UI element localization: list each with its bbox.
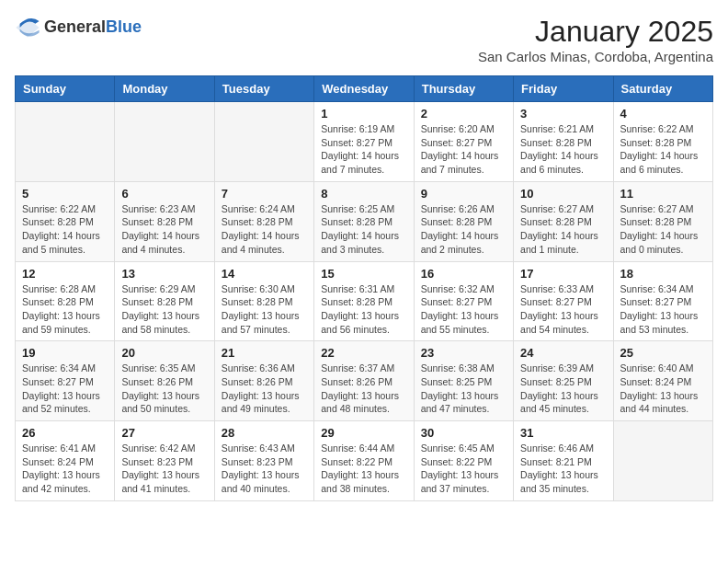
day-info: Daylight: 14 hours and 6 minutes. [520, 149, 606, 176]
calendar-cell: 8Sunrise: 6:25 AMSunset: 8:28 PMDaylight… [314, 181, 414, 261]
day-number: 11 [620, 187, 706, 201]
calendar-cell: 4Sunrise: 6:22 AMSunset: 8:28 PMDaylight… [613, 102, 712, 182]
day-info: Sunrise: 6:22 AM [22, 202, 108, 216]
day-info: Daylight: 13 hours and 49 minutes. [222, 389, 307, 416]
day-number: 22 [321, 346, 406, 360]
day-info: Daylight: 13 hours and 40 minutes. [222, 468, 307, 495]
day-info: Daylight: 14 hours and 6 minutes. [620, 149, 706, 176]
day-number: 26 [22, 426, 108, 440]
day-info: Sunset: 8:27 PM [421, 136, 506, 150]
day-info: Sunrise: 6:30 AM [222, 282, 307, 296]
day-number: 17 [520, 267, 606, 281]
day-info: Sunset: 8:26 PM [321, 375, 406, 389]
day-info: Sunset: 8:25 PM [421, 375, 506, 389]
calendar-cell: 17Sunrise: 6:33 AMSunset: 8:27 PMDayligh… [514, 261, 613, 341]
day-info: Daylight: 13 hours and 54 minutes. [520, 309, 606, 336]
day-number: 3 [520, 107, 606, 121]
calendar-cell: 29Sunrise: 6:44 AMSunset: 8:22 PMDayligh… [314, 421, 414, 501]
calendar-week-row: 26Sunrise: 6:41 AMSunset: 8:24 PMDayligh… [16, 421, 713, 501]
day-info: Daylight: 14 hours and 7 minutes. [321, 149, 406, 176]
day-number: 16 [421, 267, 506, 281]
day-info: Daylight: 14 hours and 5 minutes. [22, 229, 108, 256]
day-info: Sunset: 8:28 PM [620, 215, 706, 229]
day-info: Daylight: 13 hours and 52 minutes. [22, 389, 108, 416]
day-info: Sunset: 8:28 PM [222, 295, 307, 309]
calendar-week-row: 1Sunrise: 6:19 AMSunset: 8:27 PMDaylight… [16, 102, 713, 182]
day-info: Sunset: 8:26 PM [222, 375, 307, 389]
calendar-cell: 1Sunrise: 6:19 AMSunset: 8:27 PMDaylight… [314, 102, 414, 182]
day-info: Sunset: 8:28 PM [121, 295, 207, 309]
day-info: Daylight: 13 hours and 53 minutes. [620, 309, 706, 336]
day-info: Sunrise: 6:22 AM [620, 122, 706, 136]
day-info: Daylight: 13 hours and 58 minutes. [121, 309, 207, 336]
day-info: Sunset: 8:27 PM [22, 375, 108, 389]
day-info: Daylight: 13 hours and 45 minutes. [520, 389, 606, 416]
day-info: Sunrise: 6:23 AM [121, 202, 207, 216]
day-number: 20 [121, 346, 207, 360]
calendar-cell: 14Sunrise: 6:30 AMSunset: 8:28 PMDayligh… [214, 261, 313, 341]
day-info: Sunrise: 6:38 AM [421, 362, 506, 375]
day-info: Daylight: 13 hours and 50 minutes. [121, 389, 207, 416]
day-info: Sunset: 8:28 PM [121, 215, 207, 229]
calendar-cell [613, 421, 712, 501]
calendar-cell: 3Sunrise: 6:21 AMSunset: 8:28 PMDaylight… [514, 102, 613, 182]
day-number: 30 [421, 426, 506, 440]
calendar-cell: 19Sunrise: 6:34 AMSunset: 8:27 PMDayligh… [16, 341, 115, 421]
calendar-cell: 22Sunrise: 6:37 AMSunset: 8:26 PMDayligh… [314, 341, 414, 421]
day-number: 8 [321, 187, 406, 201]
day-number: 15 [321, 267, 406, 281]
day-info: Sunset: 8:28 PM [22, 295, 108, 309]
title-block: January 2025 San Carlos Minas, Cordoba, … [478, 15, 713, 64]
weekday-header-friday: Friday [514, 76, 613, 102]
calendar-cell: 25Sunrise: 6:40 AMSunset: 8:24 PMDayligh… [613, 341, 712, 421]
day-info: Sunrise: 6:27 AM [620, 202, 706, 216]
day-info: Daylight: 13 hours and 44 minutes. [620, 389, 706, 416]
day-info: Sunset: 8:24 PM [22, 455, 108, 469]
day-info: Sunrise: 6:34 AM [22, 362, 108, 375]
day-number: 9 [421, 187, 506, 201]
calendar-cell: 23Sunrise: 6:38 AMSunset: 8:25 PMDayligh… [414, 341, 513, 421]
day-info: Sunset: 8:22 PM [421, 455, 506, 469]
day-number: 7 [222, 187, 307, 201]
day-info: Sunset: 8:21 PM [520, 455, 606, 469]
day-number: 29 [321, 426, 406, 440]
calendar-week-row: 19Sunrise: 6:34 AMSunset: 8:27 PMDayligh… [16, 341, 713, 421]
day-info: Daylight: 13 hours and 59 minutes. [22, 309, 108, 336]
day-info: Sunrise: 6:44 AM [321, 442, 406, 455]
calendar-cell: 9Sunrise: 6:26 AMSunset: 8:28 PMDaylight… [414, 181, 513, 261]
weekday-header-monday: Monday [115, 76, 214, 102]
day-info: Sunset: 8:27 PM [421, 295, 506, 309]
day-number: 6 [121, 187, 207, 201]
day-number: 5 [22, 187, 108, 201]
day-number: 1 [321, 107, 406, 121]
day-info: Sunset: 8:28 PM [22, 215, 108, 229]
day-info: Daylight: 13 hours and 47 minutes. [421, 389, 506, 416]
day-info: Daylight: 13 hours and 57 minutes. [222, 309, 307, 336]
day-info: Sunset: 8:28 PM [321, 215, 406, 229]
day-info: Sunrise: 6:34 AM [620, 282, 706, 296]
day-info: Daylight: 13 hours and 38 minutes. [321, 468, 406, 495]
day-number: 27 [121, 426, 207, 440]
day-number: 10 [520, 187, 606, 201]
calendar-cell: 2Sunrise: 6:20 AMSunset: 8:27 PMDaylight… [414, 102, 513, 182]
calendar-week-row: 5Sunrise: 6:22 AMSunset: 8:28 PMDaylight… [16, 181, 713, 261]
calendar-cell: 30Sunrise: 6:45 AMSunset: 8:22 PMDayligh… [414, 421, 513, 501]
day-number: 21 [222, 346, 307, 360]
calendar-cell: 7Sunrise: 6:24 AMSunset: 8:28 PMDaylight… [214, 181, 313, 261]
day-info: Sunset: 8:27 PM [520, 295, 606, 309]
day-info: Sunset: 8:25 PM [520, 375, 606, 389]
calendar-cell: 11Sunrise: 6:27 AMSunset: 8:28 PMDayligh… [613, 181, 712, 261]
day-info: Daylight: 13 hours and 35 minutes. [520, 468, 606, 495]
day-number: 31 [520, 426, 606, 440]
month-title: January 2025 [478, 15, 713, 49]
day-number: 24 [520, 346, 606, 360]
day-info: Sunset: 8:23 PM [121, 455, 207, 469]
calendar-cell: 24Sunrise: 6:39 AMSunset: 8:25 PMDayligh… [514, 341, 613, 421]
day-info: Daylight: 14 hours and 1 minute. [520, 229, 606, 256]
calendar-cell: 31Sunrise: 6:46 AMSunset: 8:21 PMDayligh… [514, 421, 613, 501]
day-info: Daylight: 13 hours and 55 minutes. [421, 309, 506, 336]
day-info: Sunset: 8:27 PM [321, 136, 406, 150]
day-info: Sunrise: 6:33 AM [520, 282, 606, 296]
day-number: 18 [620, 267, 706, 281]
calendar-cell: 6Sunrise: 6:23 AMSunset: 8:28 PMDaylight… [115, 181, 214, 261]
